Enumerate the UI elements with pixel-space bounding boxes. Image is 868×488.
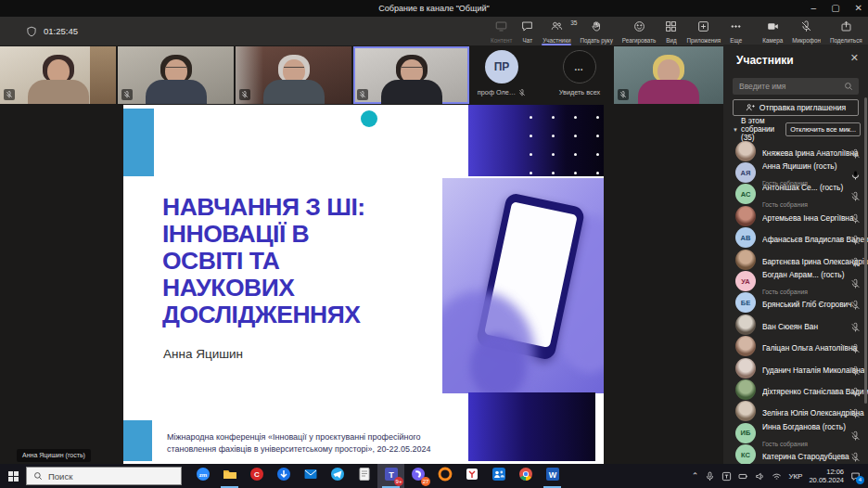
participant-search-input[interactable] — [733, 78, 859, 95]
tray-expand-icon[interactable]: ⌃ — [692, 471, 699, 481]
send-invite-button[interactable]: Отправка приглашения — [733, 99, 859, 116]
toolbar-button-hand[interactable]: Подать руку — [575, 17, 617, 45]
taskbar-app-teams-app[interactable]: T 9+ — [377, 464, 404, 488]
toolbar-button-grid[interactable]: Вид — [660, 17, 682, 45]
slide-decor-blue-square — [123, 420, 152, 461]
taskbar-search[interactable]: Поиск — [26, 467, 182, 485]
mic-off-icon[interactable] — [850, 428, 861, 438]
video-tile-woman-office[interactable] — [0, 46, 116, 104]
mic-off-icon[interactable] — [850, 276, 861, 287]
video-tile-older-man[interactable] — [236, 46, 351, 104]
participant-row[interactable]: Ван Сюеян Ван — [723, 314, 868, 335]
maximize-button[interactable]: ▢ — [831, 0, 839, 17]
mic-off-icon[interactable] — [850, 450, 861, 460]
participant-row[interactable]: Артемьева Інна Сергіївна — [723, 205, 868, 226]
tray-network-icon[interactable] — [772, 471, 782, 482]
participants-title: Участники — [736, 54, 794, 67]
taskbar-app-contacts-app[interactable] — [485, 464, 512, 488]
video-filmstrip: ПР проф Оле… … Увидеть всех — [0, 46, 723, 105]
notification-center-icon[interactable]: 4 — [850, 471, 861, 482]
clock[interactable]: 12:06 20.05.2024 — [809, 468, 844, 484]
chrome-icon — [518, 467, 533, 485]
participant-name: Артемьева Інна Сергіївна — [762, 213, 854, 223]
taskbar-app-telegram[interactable] — [324, 464, 351, 488]
minimize-button[interactable]: – — [811, 0, 817, 17]
taskbar-app-mail[interactable] — [297, 464, 324, 488]
tray-volume-icon[interactable] — [755, 471, 765, 482]
close-panel-button[interactable]: ✕ — [850, 52, 859, 64]
scrollbar[interactable] — [864, 97, 867, 404]
word-icon: W — [545, 467, 560, 485]
toolbar-button-share[interactable]: Поделиться — [825, 17, 867, 45]
mic-off-icon[interactable] — [850, 189, 861, 199]
mic-off-icon — [357, 89, 368, 100]
participant-video — [353, 46, 469, 104]
down-arrow-app-icon — [276, 467, 291, 485]
app-badge: 27 — [421, 477, 430, 486]
participant-row[interactable]: БЕ Брянський Гліб Єгорович — [723, 292, 868, 314]
toolbar-button-chat[interactable]: Чат — [517, 17, 538, 45]
shared-presentation-slide: НАВЧАННЯ З ШІ: ІННОВАЦІЇ В ОСВІТІ ТА НАУ… — [123, 105, 604, 464]
taskbar-app-zoom-app[interactable]: zm — [189, 464, 216, 488]
taskbar-app-document[interactable] — [351, 464, 377, 488]
tray-mic-icon[interactable] — [705, 471, 715, 482]
participant-row[interactable]: Галіцан Ольга Анатоліївна — [723, 336, 868, 357]
taskbar-app-file-explorer[interactable] — [216, 464, 243, 488]
share-icon — [840, 19, 852, 36]
video-tile-blonde-woman[interactable] — [614, 46, 723, 104]
in-meeting-section-label[interactable]: ▼В этом собрании (35) — [733, 117, 785, 142]
toolbar-button-camera[interactable]: Камера — [758, 17, 787, 45]
participant-row[interactable]: Діхтяренко Станіслава Вадимів... — [723, 379, 868, 400]
mic-off-icon[interactable] — [850, 233, 861, 243]
mute-all-button[interactable]: Отключить все мик... — [785, 122, 861, 136]
avatar: БЕ — [735, 292, 756, 313]
participant-row[interactable]: АС Антонішак Се... (гость) Гость собрани… — [723, 184, 868, 205]
taskbar-app-chrome[interactable] — [512, 464, 539, 488]
toolbar-button-plus[interactable]: Приложения — [682, 17, 725, 45]
participant-row[interactable]: АВ Афанасьєв Владислав Валерійо... — [723, 227, 868, 249]
tray-date: 20.05.2024 — [809, 476, 844, 484]
mic-off-icon[interactable] — [850, 254, 861, 264]
video-tile-young-man[interactable] — [118, 46, 234, 104]
toolbar-button-people[interactable]: Участники 35 — [538, 17, 575, 45]
shield-icon — [26, 26, 37, 37]
participant-name: Галіцан Ольга Анатоліївна — [762, 343, 857, 353]
participant-avatar-tile[interactable]: ПР проф Оле… — [472, 50, 531, 96]
mic-off-icon[interactable] — [850, 384, 861, 394]
mic-off-icon[interactable] — [850, 341, 861, 352]
toolbar-button-mic-off[interactable]: Микрофон — [787, 17, 825, 45]
taskbar-app-word[interactable]: W — [539, 464, 566, 488]
taskbar-app-down-arrow-app[interactable] — [270, 464, 297, 488]
tray-battery-icon[interactable] — [738, 471, 748, 482]
taskbar-app-browser-orange[interactable] — [431, 464, 458, 488]
toolbar-button-dots[interactable]: Еще — [725, 17, 747, 45]
mic-on-icon[interactable] — [850, 168, 861, 178]
svg-text:W: W — [548, 470, 556, 480]
start-button[interactable] — [0, 464, 26, 488]
participant-row[interactable]: ИБ Инна Богданова (гость) Гость собрания — [723, 422, 868, 443]
mic-off-icon[interactable] — [850, 319, 861, 329]
presenter-name-chip: Анна Яцишин (гость) — [17, 449, 91, 462]
mic-off-icon[interactable] — [850, 406, 861, 417]
taskbar-app-ccleaner[interactable]: C — [243, 464, 270, 488]
mic-off-icon[interactable] — [850, 146, 861, 156]
participant-video — [236, 46, 351, 104]
mic-off-icon[interactable] — [850, 363, 861, 373]
toolbar-button-smiley[interactable]: Реагировать — [618, 17, 661, 45]
taskbar-app-viber[interactable]: 27 — [404, 464, 431, 488]
mic-off-icon — [121, 89, 133, 100]
close-button[interactable]: ✕ — [855, 0, 862, 17]
participant-row[interactable]: Гуданич Наталія Миколаївна — [723, 357, 868, 379]
tray-teams-icon[interactable] — [721, 471, 732, 482]
mic-off-icon[interactable] — [850, 211, 861, 221]
video-tile-woman-speaking[interactable] — [353, 46, 469, 104]
taskbar-app-tv-app[interactable] — [458, 464, 485, 488]
mic-off-icon[interactable] — [850, 298, 861, 308]
participant-row[interactable]: УА Богдан Аврам... (гость) Гость собрани… — [723, 270, 868, 291]
avatar: АЯ — [735, 162, 756, 183]
language-indicator[interactable]: УКР — [788, 472, 802, 481]
participant-row[interactable]: КС Катерина Стародубцева — [723, 443, 868, 464]
see-everyone-tile[interactable]: … Увидеть всех — [550, 50, 609, 96]
contacts-app-icon — [491, 467, 506, 485]
person-add-icon — [746, 103, 755, 112]
